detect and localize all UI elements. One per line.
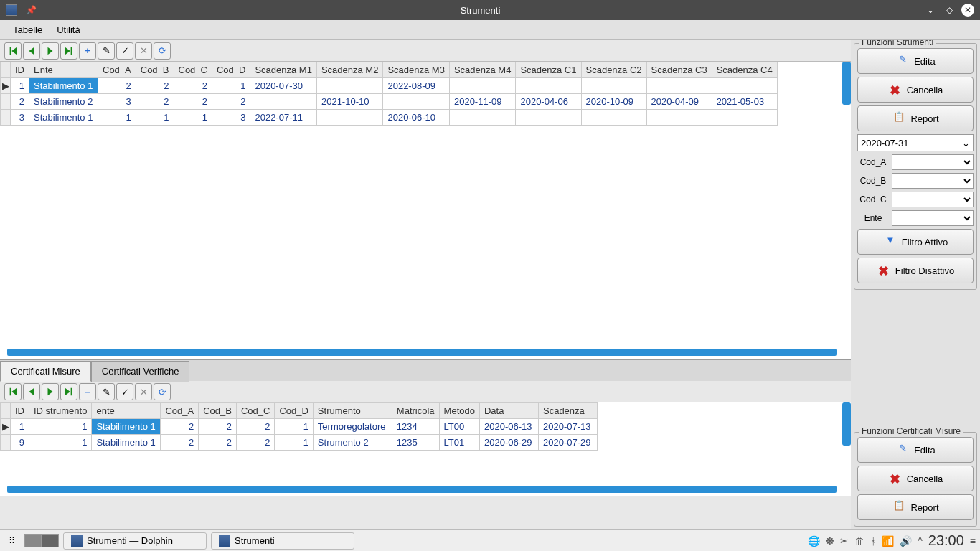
refresh-button-lower[interactable]: ⟳ <box>154 383 171 400</box>
col-m1[interactable]: Scadenza M1 <box>250 62 317 78</box>
cancella-cert-button[interactable]: ✖Cancella <box>857 466 974 491</box>
table-row[interactable]: 3 Stabilimento 1 1113 2022-07-112020-06-… <box>1 110 778 126</box>
lcol-ente[interactable]: ente <box>92 403 161 419</box>
menu-tabelle[interactable]: Tabelle <box>6 22 50 38</box>
edita-button[interactable]: ✎Edita <box>857 48 974 74</box>
tab-certificati-misure[interactable]: Certificati Misure <box>0 361 91 382</box>
lcol-mat[interactable]: Matricola <box>392 403 439 419</box>
filtro-attivo-button[interactable]: ▼Filtro Attivo <box>857 229 974 255</box>
col-cod-a[interactable]: Cod_A <box>98 62 136 78</box>
col-cod-c[interactable]: Cod_C <box>174 62 212 78</box>
report-button[interactable]: 📋Report <box>857 105 974 131</box>
report-cert-button[interactable]: 📋Report <box>857 494 974 520</box>
edit-button-lower[interactable]: ✎ <box>98 383 115 400</box>
pin-icon[interactable]: 📌 <box>26 5 37 15</box>
app-icon <box>6 4 17 16</box>
col-id[interactable]: ID <box>11 62 29 78</box>
cancel-button[interactable]: ✕ <box>135 42 152 60</box>
nav-first-button-lower[interactable] <box>4 383 22 400</box>
filtro-disattivo-button[interactable]: ✖Filtro Disattivo <box>857 258 974 283</box>
tray-icon[interactable]: 🌐 <box>808 535 820 547</box>
tray-icon[interactable]: 🗑 <box>854 535 864 547</box>
lcol-met[interactable]: Metodo <box>439 403 479 419</box>
window-title: Strumenti <box>37 5 924 16</box>
col-m4[interactable]: Scadenza M4 <box>449 62 516 78</box>
table-row[interactable]: 2 Stabilimento 2 3222 2021-10-102020-11-… <box>1 94 778 110</box>
filter-cod-a[interactable] <box>892 154 974 170</box>
refresh-button[interactable]: ⟳ <box>154 42 171 60</box>
filter-cod-b[interactable] <box>892 173 974 189</box>
col-c2[interactable]: Scadenza C2 <box>581 62 646 78</box>
tray-icon[interactable]: ✂ <box>840 535 849 547</box>
folder-icon <box>71 535 83 547</box>
cancel-button-lower[interactable]: ✕ <box>135 383 152 400</box>
col-cod-d[interactable]: Cod_D <box>212 62 250 78</box>
clock[interactable]: 23:00 <box>928 532 964 549</box>
menu-utilita[interactable]: Utilità <box>50 22 88 38</box>
remove-button-lower[interactable]: − <box>79 383 96 400</box>
date-filter[interactable]: 2020-07-31 ⌄ <box>857 134 974 151</box>
upper-grid[interactable]: ID Ente Cod_A Cod_B Cod_C Cod_D Scadenza… <box>0 62 851 359</box>
titlebar: 📌 Strumenti ⌄ ◇ ✕ <box>0 0 980 20</box>
lcol-a[interactable]: Cod_A <box>161 403 199 419</box>
cancella-button[interactable]: ✖Cancella <box>857 77 974 103</box>
col-c3[interactable]: Scadenza C3 <box>646 62 712 78</box>
lcol-scad[interactable]: Scadenza <box>538 403 597 419</box>
lcol-id[interactable]: ID <box>11 403 29 419</box>
lcol-d[interactable]: Cod_D <box>275 403 313 419</box>
col-m2[interactable]: Scadenza M2 <box>316 62 383 78</box>
lcol-data[interactable]: Data <box>479 403 538 419</box>
table-row[interactable]: ▶ 1 Stabilimento 1 2221 2020-07-302022-0… <box>1 78 778 94</box>
tray-icon[interactable]: ❋ <box>826 535 834 547</box>
edit-button[interactable]: ✎ <box>98 42 115 60</box>
col-cod-b[interactable]: Cod_B <box>136 62 174 78</box>
volume-icon[interactable]: 🔊 <box>900 535 912 547</box>
confirm-button-lower[interactable]: ✓ <box>116 383 133 400</box>
col-m3[interactable]: Scadenza M3 <box>383 62 450 78</box>
col-ente[interactable]: Ente <box>29 62 98 78</box>
desktop-pager[interactable] <box>24 534 59 547</box>
report-cert-label: Report <box>910 502 938 513</box>
nav-last-button[interactable] <box>60 42 77 60</box>
nav-next-button[interactable] <box>42 42 59 60</box>
bluetooth-icon[interactable]: ᚼ <box>870 535 876 547</box>
nav-prev-button-lower[interactable] <box>23 383 40 400</box>
col-c4[interactable]: Scadenza C4 <box>712 62 777 78</box>
lcol-b[interactable]: Cod_B <box>199 403 237 419</box>
close-button[interactable]: ✕ <box>961 4 974 17</box>
panel-menu-icon[interactable]: ≡ <box>970 535 976 547</box>
funzioni-strumenti-legend: Funzioni Strumenti <box>859 40 936 47</box>
filter-ente[interactable] <box>892 210 974 226</box>
app-launcher[interactable]: ⠿ <box>4 533 20 549</box>
edita-label: Edita <box>914 56 936 67</box>
nav-first-button[interactable] <box>4 42 22 60</box>
chevron-up-icon[interactable]: ^ <box>918 535 923 547</box>
table-row[interactable]: ▶ 11 Stabilimento 1 2221 Termoregolatore… <box>1 419 598 435</box>
confirm-button[interactable]: ✓ <box>116 42 133 60</box>
minimize-button[interactable]: ⌄ <box>924 4 937 17</box>
horizontal-scrollbar[interactable] <box>7 349 837 356</box>
lcol-idstr[interactable]: ID strumento <box>29 403 92 419</box>
date-filter-value: 2020-07-31 <box>861 138 909 149</box>
taskbar-item-strumenti[interactable]: Strumenti <box>211 532 354 550</box>
maximize-button[interactable]: ◇ <box>943 4 956 17</box>
network-icon[interactable]: 📶 <box>882 535 894 547</box>
vertical-scrollbar-lower[interactable] <box>842 402 851 446</box>
horizontal-scrollbar-lower[interactable] <box>7 486 837 493</box>
lower-grid[interactable]: ID ID strumento ente Cod_A Cod_B Cod_C C… <box>0 402 851 496</box>
tab-certificati-verifiche[interactable]: Certificati Verifiche <box>91 361 190 382</box>
lcol-c[interactable]: Cod_C <box>236 403 274 419</box>
taskbar-item-dolphin[interactable]: Strumenti — Dolphin <box>63 532 207 550</box>
nav-prev-button[interactable] <box>23 42 40 60</box>
col-c1[interactable]: Scadenza C1 <box>516 62 581 78</box>
vertical-scrollbar[interactable] <box>842 62 851 105</box>
filtro-attivo-label: Filtro Attivo <box>902 237 948 248</box>
nav-next-button-lower[interactable] <box>42 383 59 400</box>
table-row[interactable]: 91 Stabilimento 1 2221 Strumento 21235LT… <box>1 435 598 451</box>
add-button[interactable]: + <box>79 42 96 60</box>
lcol-str[interactable]: Strumento <box>313 403 392 419</box>
nav-last-button-lower[interactable] <box>60 383 77 400</box>
edita-cert-button[interactable]: ✎Edita <box>857 437 974 463</box>
lower-toolbar: − ✎ ✓ ✕ ⟳ <box>0 381 851 402</box>
filter-cod-c[interactable] <box>892 192 974 207</box>
